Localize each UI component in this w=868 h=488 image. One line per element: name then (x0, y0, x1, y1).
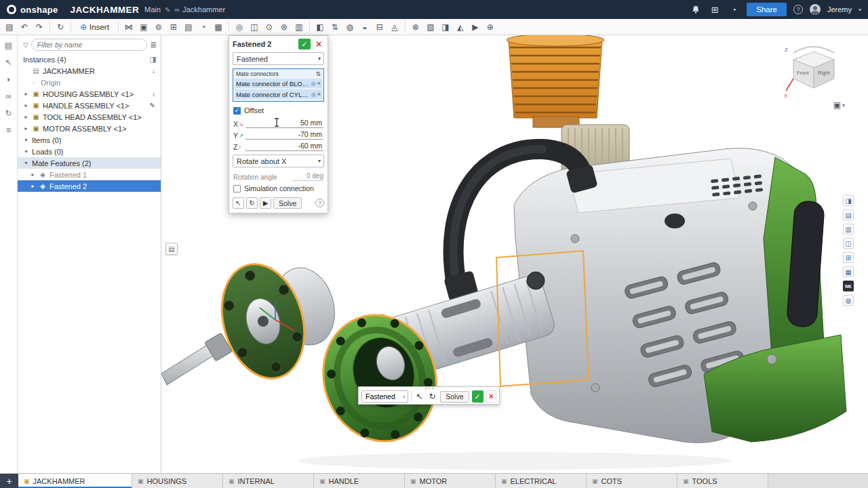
weldment-icon[interactable]: ◨ (439, 20, 452, 34)
rotate-axis-dropdown[interactable]: Rotate about X ▾ (233, 155, 324, 167)
workspace-name[interactable]: Main (144, 5, 161, 14)
tab-tools[interactable]: ▣ TOOLS (677, 474, 768, 488)
mini-cancel-button[interactable]: × (486, 390, 496, 403)
dialog-help-icon[interactable]: ? (315, 199, 324, 207)
feature-pattern-icon[interactable]: ▦ (212, 20, 225, 34)
replicate-icon[interactable]: ⊞ (167, 20, 180, 34)
caret-open-icon[interactable]: ▾ (23, 160, 29, 166)
properties-panel-icon[interactable]: ⊞ (843, 252, 854, 263)
configuration-panel-icon[interactable]: ◫ (843, 238, 854, 249)
named-positions-icon[interactable]: ◫ (248, 20, 261, 34)
rollback-icon[interactable]: ↻ (54, 20, 67, 34)
caret-closed-icon[interactable]: ▸ (30, 171, 36, 178)
tree-section-items[interactable]: ▾ Items (0) (18, 134, 161, 146)
caret-closed-icon[interactable]: ▸ (23, 114, 29, 120)
versions-panel-icon[interactable]: ▦ (843, 266, 854, 277)
user-menu-caret-icon[interactable]: ▾ (859, 7, 861, 13)
section-view-icon[interactable]: ◒ (358, 20, 372, 34)
select-tool-icon[interactable]: ↖ (3, 56, 15, 68)
add-tab-button[interactable]: + (0, 474, 18, 488)
notifications-bell-icon[interactable] (690, 3, 702, 16)
sidebar-toggle-icon[interactable]: ▤ (3, 20, 16, 34)
tree-view-options-icon[interactable]: ≣ (150, 40, 157, 49)
in-context-edit-icon[interactable]: ✎ (150, 102, 158, 109)
mate-connector-chip-2[interactable]: Mate connector of CYLIND... ◎ × (235, 89, 322, 99)
linked-document-name[interactable]: Jackhammer (182, 5, 225, 14)
mate-connector-icon[interactable]: ◎ (233, 20, 246, 34)
mate-connector-picker-icon[interactable]: ↖ (414, 391, 425, 403)
appearance-panel-icon[interactable]: ◨ (843, 195, 854, 206)
tree-row-jackhammer[interactable]: ▤ JACKHAMMER ↓ (18, 65, 161, 77)
frames-icon[interactable]: ▧ (424, 20, 437, 34)
preview-play-icon[interactable]: ▶ (260, 197, 271, 209)
simulation-connection-checkbox[interactable] (233, 185, 241, 192)
mate-relation-icon[interactable]: ⊚ (152, 20, 165, 34)
tabs-list-icon[interactable]: ≡ (3, 124, 15, 136)
reorder-icon[interactable]: ⇅ (315, 70, 321, 77)
share-button[interactable]: Share (747, 3, 787, 16)
mate-connectors-field[interactable]: Mate connectors ⇅ Mate connector of BLOC… (233, 68, 324, 102)
appearance-icon[interactable]: ◍ (343, 20, 357, 34)
cancel-button[interactable]: × (313, 39, 324, 49)
mate-icon[interactable]: ⋈ (122, 20, 136, 34)
accept-button[interactable]: ✓ (298, 39, 311, 49)
mini-mate-type-dropdown[interactable]: Fastened ▾ (361, 390, 408, 403)
drag-handle-icon[interactable] (425, 388, 433, 389)
simulation-icon[interactable]: ◭ (454, 20, 467, 34)
rotation-angle-input[interactable]: 0 deg (292, 172, 323, 181)
measure-icon[interactable]: ⊟ (373, 20, 387, 34)
mate-connector-icon[interactable]: ◎ (311, 92, 316, 98)
apps-grid-icon[interactable]: ⊞ (709, 3, 721, 16)
tab-motor[interactable]: ▣ MOTOR (405, 474, 496, 488)
animate-icon[interactable]: ▶ (469, 20, 482, 34)
interference-icon[interactable]: ⊗ (409, 20, 422, 34)
link-icon[interactable]: ∞ (3, 90, 15, 102)
solve-button[interactable]: Solve (273, 197, 302, 209)
housing-assembly-part[interactable] (514, 148, 846, 443)
tree-row-origin[interactable]: ◦ Origin (18, 77, 161, 88)
exploded-view-icon[interactable]: ⊛ (277, 20, 291, 34)
mate-connector-icon[interactable]: ◎ (311, 81, 316, 87)
learning-center-icon[interactable]: ◔ (728, 3, 740, 16)
versions-icon[interactable]: ↻ (3, 107, 15, 119)
panel-flyout-button[interactable]: ▤ (165, 243, 178, 255)
offset-checkbox[interactable]: ✓ (233, 107, 241, 115)
expand-panel-icon[interactable]: ◨ (150, 55, 157, 64)
bom-icon[interactable]: ▥ (292, 20, 306, 34)
tree-row-handle-assembly[interactable]: ▸ ▣ HANDLE ASSEMBLY <1> ✎ (18, 100, 161, 111)
mini-accept-button[interactable]: ✓ (472, 390, 484, 403)
caret-open-icon[interactable]: ▾ (23, 137, 29, 143)
tree-row-fastened-1[interactable]: ▸ ◈ Fastened 1 (18, 169, 161, 180)
mate-connector-picker-icon[interactable]: ↖ (233, 197, 244, 209)
filter-input[interactable] (31, 39, 147, 51)
caret-closed-icon[interactable]: ▸ (23, 102, 29, 108)
mass-properties-icon[interactable]: ◬ (388, 20, 401, 34)
custom-feature-icon[interactable]: ⊕ (484, 20, 497, 34)
tab-electrical[interactable]: ▣ ELECTRICAL (496, 474, 587, 488)
tree-section-mate-features[interactable]: ▾ Mate Features (2) (18, 157, 161, 169)
flip-rotate-icon[interactable]: ↻ (427, 391, 437, 403)
tab-internal[interactable]: ▣ INTERNAL (223, 474, 314, 488)
undo-icon[interactable]: ↶ (18, 20, 31, 34)
tab-handle[interactable]: ▣ HANDLE (314, 474, 405, 488)
insert-button[interactable]: ⊕ Insert (75, 20, 115, 34)
mate-type-dropdown[interactable]: Fastened ▾ (233, 52, 324, 65)
sync-icon[interactable]: ↓ (152, 90, 158, 98)
remove-connector-icon[interactable]: × (317, 91, 321, 98)
chisel-bit-part[interactable] (161, 333, 232, 385)
tree-row-housing-assembly[interactable]: ▸ ▣ HOUSING ASSEMBLY <1> ↓ (18, 88, 161, 100)
tree-row-tool-head-assembly[interactable]: ▸ ▣ TOOL HEAD ASSEMBLY <1> (18, 111, 161, 123)
caret-open-icon[interactable]: ▾ (23, 148, 29, 155)
linear-pattern-icon[interactable]: ▤ (182, 20, 195, 34)
user-avatar[interactable] (810, 4, 821, 15)
flip-rotate-icon[interactable]: ↻ (246, 197, 258, 209)
offset-z-input[interactable]: -60 mm (245, 142, 323, 151)
edit-pencil-icon[interactable]: ✎ (165, 6, 170, 14)
mate-connector-chip-1[interactable]: Mate connector of BLOCK ... ◎ × (235, 79, 322, 88)
caret-closed-icon[interactable]: ▸ (30, 183, 36, 189)
help-icon[interactable]: ? (793, 5, 803, 14)
view-cube[interactable]: Front Right Z X (783, 41, 845, 103)
tree-row-motor-assembly[interactable]: ▸ ▣ MOTOR ASSEMBLY <1> (18, 123, 161, 134)
view-settings-button[interactable]: ▣ ▾ (833, 100, 845, 110)
tree-section-loads[interactable]: ▾ Loads (0) (18, 146, 161, 157)
